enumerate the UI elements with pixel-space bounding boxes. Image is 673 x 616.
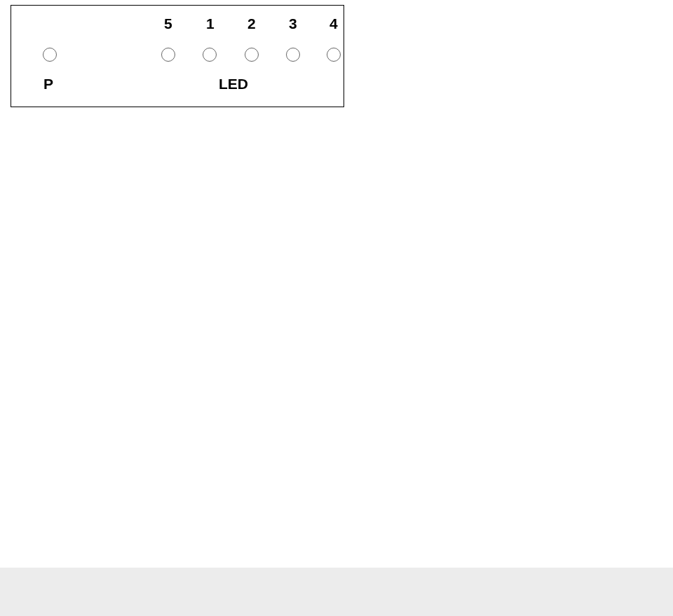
led-panel: 5 1 2 3 4 P LED <box>11 5 344 107</box>
led-indicator-3 <box>286 48 300 62</box>
led-indicator-1 <box>203 48 217 62</box>
led-number-1: 1 <box>206 15 215 32</box>
p-label: P <box>43 76 53 93</box>
led-indicator-4 <box>327 48 341 62</box>
led-indicator-p <box>43 48 57 62</box>
led-number-2: 2 <box>247 15 256 32</box>
led-label: LED <box>219 76 248 93</box>
led-indicator-5 <box>161 48 175 62</box>
led-number-3: 3 <box>289 15 297 32</box>
led-number-5: 5 <box>164 15 172 32</box>
led-indicator-2 <box>245 48 259 62</box>
led-number-4: 4 <box>329 15 338 32</box>
footer-bar <box>0 568 673 616</box>
